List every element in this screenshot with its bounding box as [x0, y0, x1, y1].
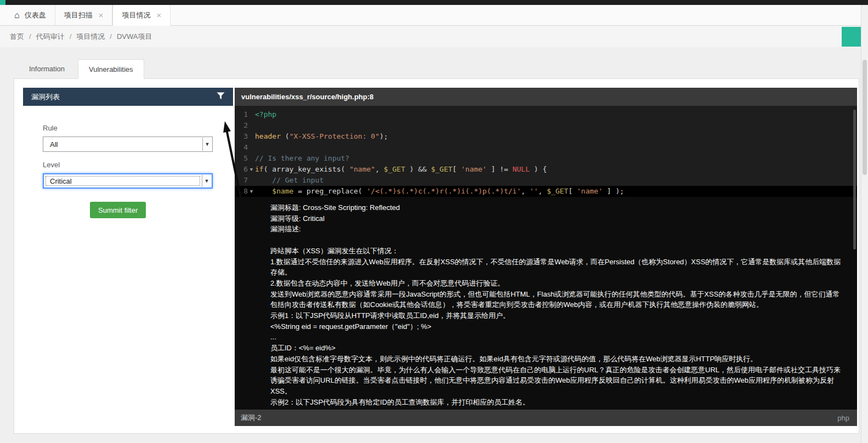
top-strip-accent	[0, 0, 5, 5]
vulnerability-count-label: 漏洞-2	[241, 413, 262, 423]
tab-label: 项目扫描	[64, 10, 93, 20]
tab-information[interactable]: Information	[18, 59, 76, 78]
submit-filter-button[interactable]: Summit filter	[90, 202, 146, 218]
code-line[interactable]: 2	[235, 120, 857, 131]
tab-project-scan[interactable]: 项目扫描 ×	[55, 5, 113, 25]
code-line[interactable]: 5// Is there any input?	[235, 153, 857, 164]
language-label: php	[837, 414, 849, 422]
vulnerability-detail-line	[270, 235, 845, 246]
vulnerability-detail-line: <%String eid = request.getParameter（"eid…	[270, 321, 845, 332]
home-icon: ⌂	[14, 10, 20, 20]
vulnerability-detail-line: 1.数据通过不受信任的来源进入Web应用程序。在反射XSS的情况下，不受信任的源…	[270, 257, 845, 278]
code-footer: 漏洞-2 php	[235, 410, 857, 426]
vulnerability-detail-line: ...	[270, 332, 845, 343]
tab-dashboard[interactable]: ⌂ 仪表盘	[5, 5, 55, 25]
tab-label: 仪表盘	[25, 10, 46, 20]
code-text: // Get input	[255, 175, 324, 186]
vulnerability-detail-line: 员工ID：<%= eid%>	[270, 343, 845, 354]
close-icon[interactable]: ×	[99, 11, 104, 19]
level-select[interactable]: Critical ▼	[43, 173, 213, 189]
code-text: header ("X-XSS-Protection: 0");	[255, 131, 388, 142]
code-line[interactable]: 3header ("X-XSS-Protection: 0");	[235, 131, 857, 142]
filter-form: Rule All ▼ Level Critical ▼ Summit filte…	[23, 106, 233, 218]
code-text: $name = preg_replace( '/<(.*)s(.*)c(.*)r…	[255, 186, 624, 197]
vulnerability-detail-line: 示例1：以下JSP代码段从HTTP请求中读取员工ID,eid，并将其显示给用户。	[270, 310, 845, 321]
code-line[interactable]: 4	[235, 142, 857, 153]
rule-label: Rule	[43, 124, 213, 132]
breadcrumb-separator: /	[29, 32, 31, 41]
panel-header: 漏洞列表	[23, 88, 233, 106]
rule-select[interactable]: All ▼	[43, 137, 213, 152]
tab-label: 项目情况	[122, 10, 150, 20]
window-tab-bar: ⌂ 仪表盘 项目扫描 × 项目情况 ×	[0, 5, 868, 26]
filter-icon[interactable]	[217, 92, 225, 101]
panel-title: 漏洞列表	[31, 92, 60, 102]
main-card: 漏洞列表 Rule All ▼ Level Critical ▼	[14, 78, 859, 434]
page-scrollbar[interactable]	[861, 5, 868, 443]
code-text: // Is there any input?	[255, 153, 349, 164]
code-scrollbar[interactable]	[853, 110, 856, 249]
code-viewer-panel: vulnerabilities/xss_r/source/high.php:8 …	[235, 88, 857, 426]
breadcrumb-item-project-status[interactable]: 项目情况	[76, 32, 105, 42]
tab-vulnerabilities[interactable]: Vulnerabilities	[78, 59, 144, 79]
tab-project-status[interactable]: 项目情况 ×	[112, 5, 171, 26]
content-tab-bar: Information Vulnerabilities	[18, 59, 859, 78]
vulnerability-detail: 漏洞标题: Cross-Site Scripting: Reflected漏洞等…	[235, 197, 857, 410]
top-strip	[0, 0, 868, 5]
breadcrumb-item-code-audit[interactable]: 代码审计	[36, 32, 65, 42]
code-file-path: vulnerabilities/xss_r/source/high.php:8	[235, 88, 857, 106]
code-line[interactable]: 7 // Get input	[235, 175, 857, 186]
code-line[interactable]: 1<?php	[235, 109, 857, 120]
vulnerability-detail-line: 漏洞描述:	[270, 224, 845, 235]
vulnerability-detail-line: 漏洞标题: Cross-Site Scripting: Reflected	[270, 202, 845, 213]
chevron-down-icon: ▼	[202, 138, 212, 151]
breadcrumb-item-home[interactable]: 首页	[10, 32, 24, 42]
vulnerability-detail-line: 跨站脚本（XSS）漏洞发生在以下情况：	[270, 246, 845, 257]
vulnerability-detail-line: 如果eid仅包含标准字母数字文本，则此示例中的代码将正确运行。如果eid具有包含…	[270, 354, 845, 365]
chevron-down-icon: ▼	[202, 175, 211, 187]
code-text: if( array_key_exists( "name", $_GET ) &&…	[255, 164, 547, 175]
code-editor[interactable]: 1<?php23header ("X-XSS-Protection: 0");4…	[235, 106, 857, 410]
level-label: Level	[43, 161, 213, 169]
breadcrumb-separator: /	[70, 32, 72, 41]
close-icon[interactable]: ×	[156, 11, 161, 19]
vulnerability-detail-line: 2.数据包含在动态内容中，发送给Web用户，而不会对恶意代码进行验证。	[270, 278, 845, 289]
annotation-arrow	[215, 110, 256, 225]
breadcrumb-separator: /	[110, 32, 112, 41]
vulnerability-detail-line: 发送到Web浏览器的恶意内容通常采用一段JavaScript的形式，但也可能包括…	[270, 289, 845, 310]
code-line[interactable]: 6▼if( array_key_exists( "name", $_GET ) …	[235, 164, 857, 175]
vulnerability-detail-line: 示例2：以下JSP代码段为具有给定ID的员工查询数据库，并打印相应的员工姓名。	[270, 397, 845, 408]
vulnerability-detail-line: 最初这可能不是一个很大的漏洞。毕竟，为什么有人会输入一个导致恶意代码在自己的电脑…	[270, 365, 845, 397]
vulnerability-detail-line: 漏洞等级: Critical	[270, 213, 845, 224]
breadcrumb: 首页 / 代码审计 / 项目情况 / DVWA项目	[0, 26, 868, 47]
level-select-value: Critical	[50, 177, 72, 185]
breadcrumb-item-current-project: DVWA项目	[117, 32, 152, 42]
main-content: Information Vulnerabilities 漏洞列表 Rule Al…	[0, 47, 868, 434]
rule-select-value: All	[50, 140, 58, 149]
page-scrollbar-thumb[interactable]	[863, 60, 867, 175]
code-line[interactable]: 8▼ $name = preg_replace( '/<(.*)s(.*)c(.…	[235, 186, 857, 197]
vulnerability-list-panel: 漏洞列表 Rule All ▼ Level Critical ▼	[23, 88, 233, 426]
code-text: <?php	[255, 109, 276, 120]
